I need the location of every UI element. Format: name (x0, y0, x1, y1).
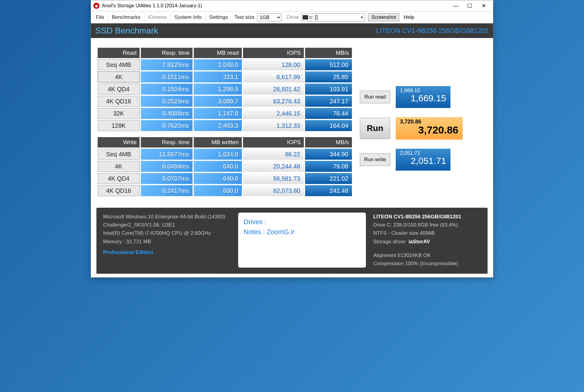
drive-fs: NTFS - Cluster size 4096B (373, 229, 461, 237)
title-bar[interactable]: ◉ Anvil's Storage Utilities 1.1.0 (2014-… (91, 0, 493, 11)
row-label[interactable]: 128K (98, 120, 140, 131)
col-resp: Resp. time (141, 137, 193, 147)
cell-mb: 2,048.0 (194, 59, 242, 70)
cell-resp: 0.1504ms (141, 84, 193, 95)
row-label[interactable]: 4K QD16 (98, 185, 140, 196)
notes-box[interactable]: Drives : Notes : ZoomG.ir (238, 213, 366, 268)
app-window: ◉ Anvil's Storage Utilities 1.1.0 (2014-… (91, 0, 493, 278)
cell-resp: 0.7620ms (141, 120, 193, 131)
write-table: Write Resp. time MB written IOPS MB/s Se… (96, 136, 353, 197)
device-name: LITEON CV1-8B256 256GB/G881201 (376, 27, 489, 35)
read-score-box: 1,669.15 1,669.15 (396, 86, 450, 108)
cell-mb: 600.0 (194, 185, 242, 196)
menu-file[interactable]: File (92, 13, 108, 22)
header-bar: SSD Benchmark LITEON CV1-8B256 256GB/G88… (91, 23, 493, 38)
read-table: Read Resp. time MB read IOPS MB/s Seq 4M… (96, 47, 353, 132)
row-label[interactable]: 4K (98, 71, 140, 82)
cell-iops: 86.22 (243, 149, 304, 160)
cell-mb: 3,089.7 (194, 96, 242, 107)
menu-help[interactable]: Help (399, 14, 419, 20)
content-area: Read Resp. time MB read IOPS MB/s Seq 4M… (91, 38, 493, 277)
read-score-large: 1,669.15 (400, 93, 446, 103)
row-label[interactable]: 4K (98, 161, 140, 172)
cell-mbs: 512.00 (305, 59, 352, 70)
row-label[interactable]: Seq 4MB (98, 149, 140, 160)
board-line: Challenger2_SKS/V1.06, U3E1 (103, 221, 231, 229)
cell-resp: 0.2417ms (141, 185, 193, 196)
write-score-box: 2,051.71 2,051.71 (396, 149, 450, 171)
menu-benchmarks[interactable]: Benchmarks (108, 13, 144, 22)
drive-driver: iaStorAV (408, 239, 430, 245)
drive-driver-label: Storage driver (373, 239, 406, 245)
minimize-button[interactable]: — (449, 1, 463, 10)
cell-mb: 640.0 (194, 161, 242, 172)
cell-mb: 2,463.3 (194, 120, 242, 131)
total-score-large: 3,720.86 (400, 124, 458, 136)
edition-label: Professional Edition (103, 248, 231, 256)
cell-mb: 323.1 (194, 71, 242, 82)
read-heading: Read (98, 48, 140, 58)
cell-resp: 0.1511ms (141, 71, 193, 82)
row-label[interactable]: 32K (98, 108, 140, 119)
testsize-label: Test size (232, 14, 257, 20)
cell-mb: 1,147.8 (194, 108, 242, 119)
cell-iops: 56,581.73 (243, 173, 304, 184)
notes-drives: Drives : (244, 217, 360, 227)
col-resp: Resp. time (141, 48, 193, 58)
col-mbread: MB read (194, 48, 242, 58)
screenshot-button[interactable]: Screenshot (368, 13, 399, 21)
drive-compression: Compression 100% (Incompressible) (373, 259, 461, 268)
col-iops: IOPS (243, 137, 304, 147)
cell-iops: 62,073.80 (243, 185, 304, 196)
drive-info: LITEON CV1-8B256 256GB/G881201 Drive C: … (373, 213, 461, 268)
memory-line: Memory : 32,721 MB (103, 238, 231, 246)
cell-resp: 0.4088ms (141, 108, 193, 119)
row-label[interactable]: Seq 4MB (98, 59, 140, 70)
cell-mbs: 221.02 (305, 173, 352, 184)
cell-mbs: 247.17 (305, 96, 352, 107)
col-iops: IOPS (243, 48, 304, 58)
write-score-large: 2,051.71 (400, 156, 446, 166)
app-icon: ◉ (93, 3, 99, 9)
run-write-button[interactable]: Run write (360, 153, 390, 166)
cell-resp: 0.0494ms (141, 161, 193, 172)
cell-mb: 640.0 (194, 173, 242, 184)
cell-resp: 0.0707ms (141, 173, 193, 184)
menu-settings[interactable]: Settings (206, 13, 232, 22)
row-label[interactable]: 4K QD4 (98, 84, 140, 95)
total-score-small: 3,720.86 (400, 119, 458, 124)
cell-iops: 26,601.42 (243, 84, 304, 95)
run-read-button[interactable]: Run read (360, 91, 390, 103)
menu-systeminfo[interactable]: System Info (171, 13, 206, 22)
cell-mb: 1,298.9 (194, 84, 242, 95)
cell-iops: 6,617.99 (243, 71, 304, 82)
cell-resp: 7.8125ms (141, 59, 193, 70)
maximize-button[interactable]: ☐ (463, 1, 477, 10)
cell-mbs: 344.90 (305, 149, 352, 160)
cell-resp: 11.5977ms (141, 149, 193, 160)
cpu-line: Intel(R) Core(TM) i7-6700HQ CPU @ 2.60GH… (103, 229, 231, 237)
cell-mbs: 164.04 (305, 120, 352, 131)
col-mbwritten: MB written (194, 137, 242, 147)
row-label[interactable]: 4K QD16 (98, 96, 140, 107)
close-button[interactable]: ✕ (477, 1, 491, 10)
drive-label: Drive (284, 14, 301, 20)
footer-panel: Microsoft Windows 10 Enterprise 64-bit B… (96, 208, 488, 274)
menu-bar: File Benchmarks IOmeter System Info Sett… (91, 11, 493, 23)
drive-select[interactable]: c: [] (301, 13, 365, 21)
row-label[interactable]: 4K QD4 (98, 173, 140, 184)
drive-alignment: Alignment 513024KB OK (373, 251, 461, 259)
menu-iometer[interactable]: IOmeter (144, 13, 171, 22)
cell-mbs: 103.91 (305, 84, 352, 95)
total-score-box: 3,720.86 3,720.86 (396, 117, 463, 140)
cell-mbs: 76.44 (305, 108, 352, 119)
cell-iops: 128.00 (243, 59, 304, 70)
system-info: Microsoft Windows 10 Enterprise 64-bit B… (103, 213, 231, 268)
testsize-select[interactable]: 1GB (257, 13, 281, 21)
cell-mbs: 79.08 (305, 161, 352, 172)
read-score-small: 1,669.15 (400, 88, 446, 93)
cell-mbs: 25.85 (305, 71, 352, 82)
run-button[interactable]: Run (360, 118, 390, 139)
notes-notes: Notes : ZoomG.ir (244, 227, 360, 237)
write-score-small: 2,051.71 (400, 151, 446, 156)
